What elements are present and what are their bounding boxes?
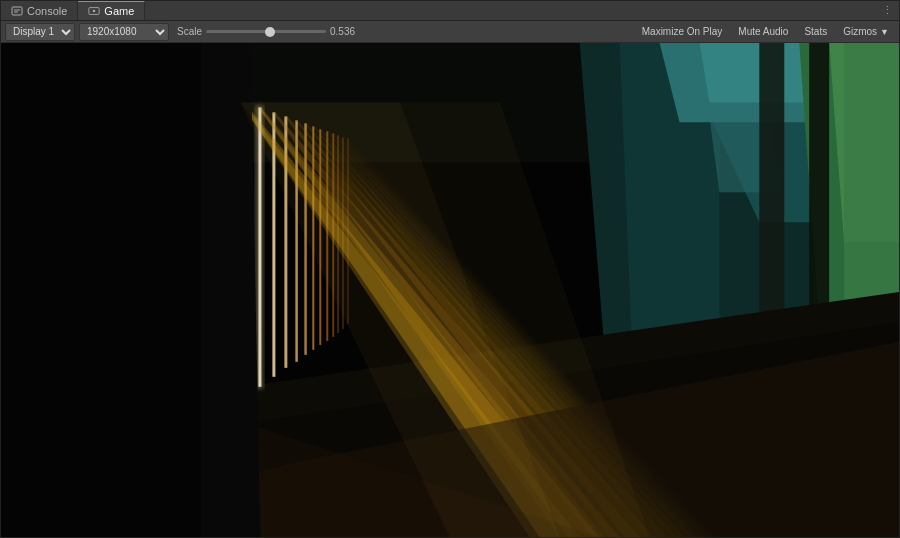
tab-bar: Console Game ⋮ xyxy=(1,1,899,21)
tab-game[interactable]: Game xyxy=(78,1,145,20)
game-icon xyxy=(88,5,100,17)
scale-slider-container: 0.536 xyxy=(206,26,370,37)
tab-console-label: Console xyxy=(27,5,67,17)
svg-rect-16 xyxy=(844,43,899,322)
display-select[interactable]: Display 1 xyxy=(5,23,75,41)
svg-rect-0 xyxy=(12,7,22,15)
resolution-select[interactable]: 1920x1080 xyxy=(79,23,169,41)
toolbar: Display 1 1920x1080 Scale 0.536 Maximize… xyxy=(1,21,899,43)
scale-label: Scale xyxy=(177,26,202,37)
scale-slider[interactable] xyxy=(206,30,326,33)
console-icon xyxy=(11,5,23,17)
game-viewport xyxy=(1,43,899,537)
svg-rect-51 xyxy=(255,105,263,388)
tab-game-label: Game xyxy=(104,5,134,17)
mute-audio-button[interactable]: Mute Audio xyxy=(732,23,794,41)
tab-more-button[interactable]: ⋮ xyxy=(876,1,899,20)
scale-value: 0.536 xyxy=(330,26,370,37)
gizmos-button[interactable]: Gizmos ▼ xyxy=(837,23,895,41)
tab-console[interactable]: Console xyxy=(1,1,78,20)
unity-editor-window: Console Game ⋮ Display 1 1920x1080 Scale… xyxy=(0,0,900,538)
maximize-on-play-button[interactable]: Maximize On Play xyxy=(636,23,729,41)
scene-render xyxy=(1,43,899,537)
svg-point-4 xyxy=(93,10,96,13)
gizmos-chevron-icon: ▼ xyxy=(880,27,889,37)
stats-button[interactable]: Stats xyxy=(798,23,833,41)
